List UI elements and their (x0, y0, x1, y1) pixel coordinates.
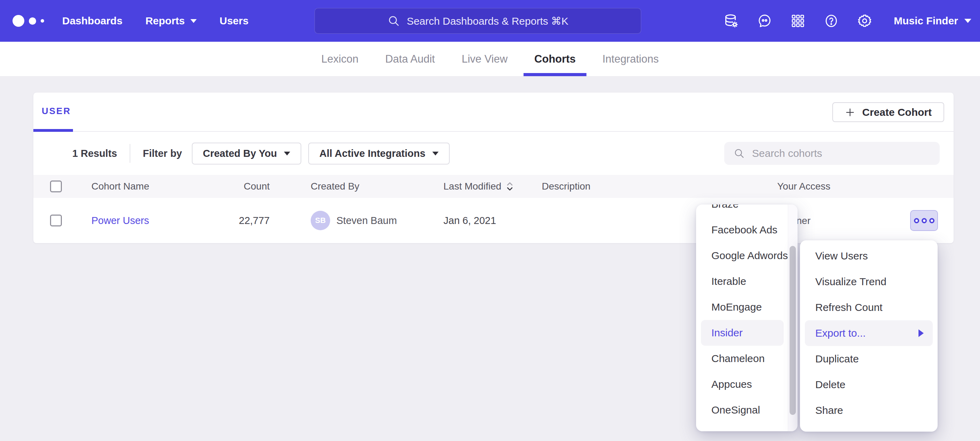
create-cohort-label: Create Cohort (862, 106, 932, 118)
logo-dot-large (13, 15, 24, 27)
submenu-item-chameleon[interactable]: Chameleon (696, 346, 797, 371)
mixpanel-cohorts-screen: Dashboards Reports Users Search Dashboar… (0, 0, 980, 441)
results-count: 1 Results (72, 148, 117, 159)
help-icon[interactable] (824, 13, 839, 29)
active-tab-underline (33, 129, 73, 132)
nav-dashboards-label: Dashboards (62, 15, 123, 27)
cohort-table-row: Power Users 22,777 SB Steven Baum Jan 6,… (33, 198, 954, 243)
row-context-menu: View Users Visualize Trend Refresh Count… (800, 240, 938, 431)
tab-data-audit[interactable]: Data Audit (385, 42, 435, 76)
submenu-item-braze[interactable]: Braze (696, 205, 797, 217)
nav-dashboards[interactable]: Dashboards (62, 15, 123, 27)
submenu-arrow-icon (918, 329, 924, 337)
cohort-search (724, 142, 940, 165)
submenu-item-moengage[interactable]: MoEngage (696, 294, 797, 320)
logo-dot-medium (29, 18, 36, 25)
nav-users[interactable]: Users (220, 15, 248, 27)
submenu-item-onesignal[interactable]: OneSignal (696, 397, 797, 423)
chevron-down-icon (191, 19, 197, 23)
menu-item-duplicate[interactable]: Duplicate (800, 346, 938, 372)
chevron-down-icon (284, 152, 290, 155)
tab-user-cohorts[interactable]: USER (42, 106, 71, 117)
submenu-item-insider[interactable]: Insider (701, 320, 784, 346)
nav-reports[interactable]: Reports (145, 15, 196, 27)
nav-reports-label: Reports (145, 15, 185, 27)
submenu-item-facebook-ads[interactable]: Facebook Ads (696, 217, 797, 243)
menu-item-share[interactable]: Share (800, 398, 938, 423)
vertical-divider (130, 144, 130, 163)
chevron-down-icon (964, 19, 971, 23)
menu-item-view-users[interactable]: View Users (800, 243, 938, 269)
tab-live-view[interactable]: Live View (461, 42, 508, 76)
last-modified-label: Last Modified (444, 181, 501, 192)
top-navigation-bar: Dashboards Reports Users Search Dashboar… (0, 0, 980, 42)
tab-integrations[interactable]: Integrations (602, 42, 659, 76)
export-to-label: Export to... (815, 327, 865, 339)
submenu-item-iterable[interactable]: Iterable (696, 268, 797, 294)
feedback-icon[interactable] (757, 13, 772, 29)
plus-icon (845, 107, 855, 118)
nav-users-label: Users (220, 15, 248, 27)
filter-bar: 1 Results Filter by Created By You All A… (33, 132, 954, 175)
select-all-checkbox[interactable] (50, 181, 62, 192)
mixpanel-logo[interactable] (13, 15, 44, 27)
apps-grid-icon[interactable] (790, 13, 805, 29)
search-icon (733, 147, 745, 159)
column-header-description[interactable]: Description (542, 181, 700, 192)
chevron-down-icon (432, 152, 439, 155)
submenu-item-appcues[interactable]: Appcues (696, 371, 797, 397)
topbar-right-controls: Music Finder (724, 0, 971, 42)
global-search-input[interactable]: Search Dashboards & Reports ⌘K (315, 8, 641, 34)
menu-item-delete[interactable]: Delete (800, 372, 938, 398)
menu-item-export-to[interactable]: Export to... (805, 320, 933, 346)
created-by-filter-label: Created By You (203, 148, 277, 159)
cohort-count: 22,777 (239, 215, 270, 226)
dot-icon (929, 218, 934, 223)
column-header-count[interactable]: Count (216, 181, 270, 192)
dot-icon (922, 218, 927, 223)
settings-icon[interactable] (857, 13, 872, 29)
cohort-name-link[interactable]: Power Users (91, 215, 149, 226)
integrations-filter-label: All Active Integrations (319, 148, 425, 159)
create-cohort-button[interactable]: Create Cohort (832, 102, 944, 122)
primary-nav: Dashboards Reports Users (62, 15, 248, 27)
project-switcher[interactable]: Music Finder (894, 15, 971, 27)
column-header-cohort-name[interactable]: Cohort Name (91, 181, 216, 192)
search-icon (387, 14, 400, 27)
column-header-created-by[interactable]: Created By (270, 181, 444, 192)
created-by-name: Steven Baum (336, 215, 397, 227)
cohorts-panel: USER Create Cohort 1 Results Filter by C… (33, 92, 954, 243)
column-header-last-modified[interactable]: Last Modified (444, 181, 542, 192)
cohort-type-tabstrip: USER Create Cohort (33, 93, 954, 132)
tab-cohorts[interactable]: Cohorts (535, 42, 576, 76)
cohort-table-header: Cohort Name Count Created By Last Modifi… (33, 175, 954, 198)
menu-item-refresh-count[interactable]: Refresh Count (800, 295, 938, 320)
logo-dot-small (41, 19, 44, 22)
row-checkbox[interactable] (50, 214, 62, 227)
dot-icon (914, 218, 919, 223)
submenu-item-google-adwords[interactable]: Google Adwords (696, 243, 797, 268)
project-name: Music Finder (894, 15, 958, 27)
data-management-subnav: Lexicon Data Audit Live View Cohorts Int… (0, 42, 980, 77)
row-actions-button[interactable] (910, 210, 938, 231)
created-by-filter-dropdown[interactable]: Created By You (192, 142, 301, 165)
column-header-your-access[interactable]: Your Access (700, 181, 908, 192)
export-to-submenu: Braze Facebook Ads Google Adwords Iterab… (696, 205, 797, 431)
cohort-search-input[interactable] (752, 147, 940, 159)
data-management-icon[interactable] (724, 13, 739, 29)
integrations-filter-dropdown[interactable]: All Active Integrations (308, 142, 450, 165)
avatar: SB (311, 211, 330, 230)
menu-item-visualize-trend[interactable]: Visualize Trend (800, 269, 938, 295)
filter-by-label: Filter by (143, 148, 182, 159)
global-search-placeholder: Search Dashboards & Reports ⌘K (407, 15, 568, 27)
last-modified-date: Jan 6, 2021 (444, 215, 496, 226)
submenu-scrollbar-thumb[interactable] (789, 246, 796, 415)
sort-descending-icon (506, 181, 514, 192)
tab-lexicon[interactable]: Lexicon (321, 42, 359, 76)
